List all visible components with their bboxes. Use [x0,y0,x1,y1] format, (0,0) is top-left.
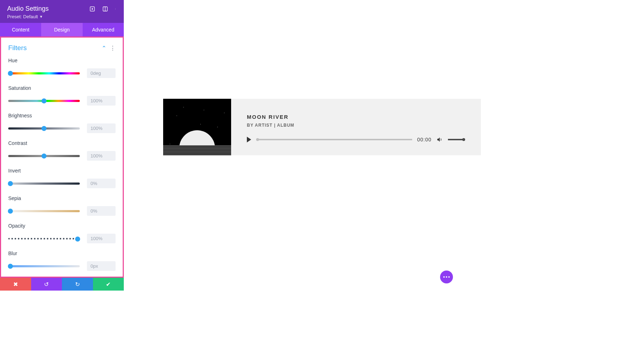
brightness-slider[interactable] [8,127,80,130]
saturation-value[interactable] [87,96,116,106]
preview-canvas: MOON RIVER BY ARTIST | ALBUM 00:00 [124,0,644,360]
contrast-value[interactable] [87,151,116,161]
tab-design[interactable]: Design [41,23,82,37]
sepia-label: Sepia [8,195,116,201]
preset-selector[interactable]: Preset: Default ▼ [7,14,117,19]
slider-thumb[interactable] [8,181,13,186]
slider-thumb[interactable] [42,154,47,159]
svg-point-1 [92,8,93,10]
undo-button[interactable]: ↺ [31,278,62,291]
blur-label: Blur [8,250,116,256]
save-button[interactable]: ✔ [93,278,124,291]
more-dots-icon [443,276,450,278]
volume-thumb[interactable] [462,138,465,141]
opacity-label: Opacity [8,223,116,229]
svg-point-6 [115,9,116,10]
filters-panel: Filters ⌃ ⋮ Hue Saturation Brightness [0,37,124,278]
slider-thumb[interactable] [8,71,13,76]
volume-bar[interactable] [448,139,465,140]
brightness-label: Brightness [8,113,116,118]
speaker-icon[interactable] [436,136,443,143]
blur-slider[interactable] [8,265,80,267]
svg-point-5 [115,9,116,9]
audio-controls: 00:00 [247,136,465,143]
opacity-slider[interactable] [8,238,80,239]
redo-button[interactable]: ↻ [62,278,93,291]
time-display: 00:00 [417,137,431,142]
player-body: MOON RIVER BY ARTIST | ALBUM 00:00 [231,99,481,155]
section-title: Filters [8,44,27,52]
filter-invert: Invert [8,168,116,188]
audio-player: MOON RIVER BY ARTIST | ALBUM 00:00 [163,99,481,155]
slider-thumb[interactable] [42,98,47,103]
slider-thumb[interactable] [8,264,13,269]
tab-advanced[interactable]: Advanced [83,23,124,37]
filter-brightness: Brightness [8,113,116,133]
filter-saturation: Saturation [8,85,116,106]
invert-label: Invert [8,168,116,174]
progress-thumb[interactable] [256,138,259,141]
contrast-slider[interactable] [8,155,80,157]
expand-icon[interactable] [102,6,108,12]
blur-value[interactable] [87,261,116,271]
preset-label: Preset: Default [7,14,38,19]
tab-content[interactable]: Content [0,23,41,37]
tab-bar: Content Design Advanced [0,23,124,37]
slider-thumb[interactable] [8,209,13,214]
more-icon[interactable] [115,6,117,12]
responsive-icon[interactable] [89,6,95,12]
water-graphic [163,145,231,155]
settings-sidebar: Audio Settings Preset: Default ▼ Content… [0,0,124,291]
slider-thumb[interactable] [75,237,80,242]
sidebar-header: Audio Settings Preset: Default ▼ [0,0,124,23]
invert-slider[interactable] [8,183,80,185]
hue-label: Hue [8,58,116,63]
caret-down-icon: ▼ [39,15,43,19]
saturation-label: Saturation [8,85,116,91]
progress-bar[interactable] [256,139,412,140]
filter-sepia: Sepia [8,195,116,216]
contrast-label: Contrast [8,140,116,146]
fab-more[interactable] [440,271,453,283]
album-cover [163,99,231,155]
filter-opacity: Opacity [8,223,116,243]
action-footer: ✖ ↺ ↻ ✔ [0,278,124,291]
hue-value[interactable] [87,68,116,78]
track-title: MOON RIVER [247,114,465,120]
saturation-slider[interactable] [8,100,80,102]
slider-thumb[interactable] [42,126,47,131]
filter-hue: Hue [8,58,116,78]
opacity-value[interactable] [87,234,116,243]
play-icon[interactable] [247,137,251,142]
hue-slider[interactable] [8,72,80,74]
track-meta: BY ARTIST | ALBUM [247,123,465,128]
panel-title: Audio Settings [7,5,49,13]
sepia-value[interactable] [87,206,116,216]
filter-contrast: Contrast [8,140,116,161]
svg-point-4 [115,8,116,9]
cancel-button[interactable]: ✖ [0,278,31,291]
filter-blur: Blur [8,250,116,271]
brightness-value[interactable] [87,123,116,133]
invert-value[interactable] [87,179,116,188]
sepia-slider[interactable] [8,210,80,212]
section-more-icon[interactable]: ⋮ [110,45,116,52]
collapse-icon[interactable]: ⌃ [102,45,106,52]
